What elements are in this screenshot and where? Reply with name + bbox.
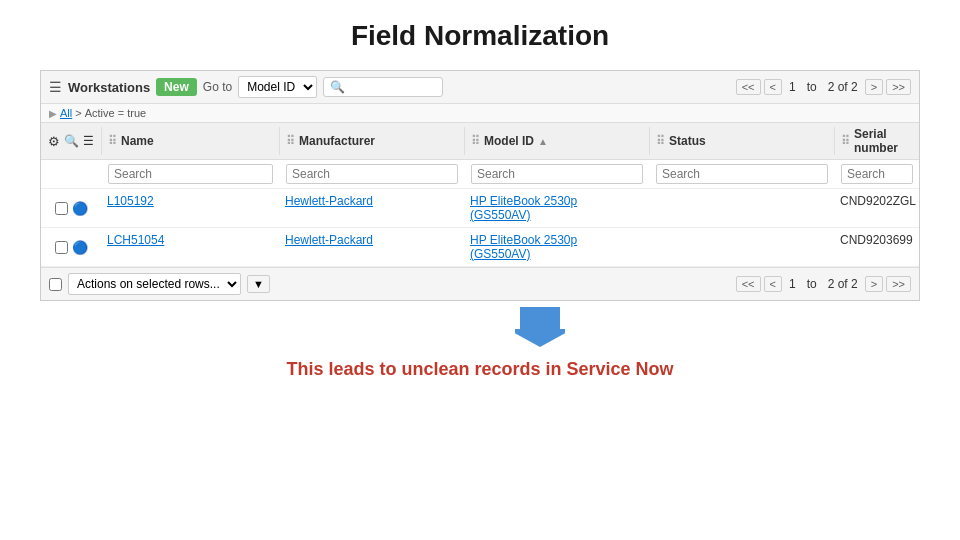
search-cell-manufacturer (279, 164, 464, 184)
goto-label: Go to (203, 80, 232, 94)
col-header-modelid[interactable]: ⠿ Model ID ▲ (464, 127, 649, 155)
row2-name: LCH51054 (101, 233, 279, 261)
table-row: 🔵 LCH51054 Hewlett-Packard HP EliteBook … (41, 228, 919, 267)
col-label-status: Status (669, 134, 706, 148)
search-header-icon[interactable]: 🔍 (64, 134, 79, 148)
drag-icon-serial: ⠿ (841, 134, 850, 148)
goto-select[interactable]: Model ID (238, 76, 317, 98)
drag-icon-manufacturer: ⠿ (286, 134, 295, 148)
pagination-first-bottom[interactable]: << (736, 276, 761, 292)
bottom-section: This leads to unclean records in Service… (286, 303, 673, 380)
pagination-total-top: 2 of 2 (824, 80, 862, 94)
row1-checkbox[interactable] (55, 202, 68, 215)
row1-serial: CND9202ZGL (834, 194, 922, 222)
search-input-status[interactable] (656, 164, 828, 184)
search-input-manufacturer[interactable] (286, 164, 458, 184)
search-cell-modelid (464, 164, 649, 184)
pagination-separator-bottom: to (803, 277, 821, 291)
search-row (41, 160, 919, 189)
pagination-last-bottom[interactable]: >> (886, 276, 911, 292)
pagination-current-bottom: 1 (785, 277, 800, 291)
actions-dropdown-btn[interactable]: ▼ (247, 275, 270, 293)
col-label-modelid: Model ID (484, 134, 534, 148)
row2-record-icon[interactable]: 🔵 (72, 240, 88, 255)
breadcrumb-arrow-icon: ▶ (49, 108, 57, 119)
col-label-serial: Serial number (854, 127, 913, 155)
search-input-name[interactable] (108, 164, 273, 184)
select-all-checkbox[interactable] (49, 278, 62, 291)
drag-icon-name: ⠿ (108, 134, 117, 148)
pagination-next-top[interactable]: > (865, 79, 883, 95)
top-pagination: << < 1 to 2 of 2 > >> (736, 79, 911, 95)
col-header-name[interactable]: ⠿ Name (101, 127, 279, 155)
breadcrumb-filter: Active = true (85, 107, 146, 119)
row2-checkbox[interactable] (55, 241, 68, 254)
pagination-total-bottom: 2 of 2 (824, 277, 862, 291)
caption-text: This leads to unclean records in Service… (286, 359, 673, 380)
search-cell-status (649, 164, 834, 184)
top-search-box[interactable]: 🔍 (323, 77, 443, 97)
col-header-manufacturer[interactable]: ⠿ Manufacturer (279, 127, 464, 155)
column-headers: ⚙ 🔍 ☰ ⠿ Name ⠿ Manufacturer ⠿ Model ID ▲… (41, 123, 919, 160)
bottom-pagination: << < 1 to 2 of 2 > >> (736, 276, 911, 292)
row2-manufacturer-link[interactable]: Hewlett-Packard (285, 233, 373, 247)
pagination-prev-top[interactable]: < (764, 79, 782, 95)
table-title: Workstations (68, 80, 150, 95)
drag-icon-modelid: ⠿ (471, 134, 480, 148)
row2-status (649, 233, 834, 261)
actions-select[interactable]: Actions on selected rows... (68, 273, 241, 295)
search-cell-name (101, 164, 279, 184)
col-header-status[interactable]: ⠿ Status (649, 127, 834, 155)
top-toolbar: ☰ Workstations New Go to Model ID 🔍 << <… (41, 71, 919, 104)
ui-window: ☰ Workstations New Go to Model ID 🔍 << <… (40, 70, 920, 301)
row1-checkbox-area: 🔵 (41, 194, 101, 222)
row2-manufacturer: Hewlett-Packard (279, 233, 464, 261)
pagination-first-top[interactable]: << (736, 79, 761, 95)
col-label-name: Name (121, 134, 154, 148)
search-icon: 🔍 (330, 80, 345, 94)
breadcrumb-all[interactable]: All (60, 107, 72, 119)
row1-modelid: HP EliteBook 2530p(GS550AV) (464, 194, 649, 222)
page-title: Field Normalization (351, 20, 609, 52)
drag-icon-status: ⠿ (656, 134, 665, 148)
search-checkbox-cell (41, 164, 101, 184)
sort-icon-modelid: ▲ (538, 136, 548, 147)
search-cell-serial (834, 164, 919, 184)
row1-manufacturer: Hewlett-Packard (279, 194, 464, 222)
row2-name-link[interactable]: LCH51054 (107, 233, 164, 247)
row1-name-link[interactable]: L105192 (107, 194, 154, 208)
row1-status (649, 194, 834, 222)
row2-modelid: HP EliteBook 2530p(GS550AV) (464, 233, 649, 261)
header-checkbox-area: ⚙ 🔍 ☰ (41, 127, 101, 155)
search-input-modelid[interactable] (471, 164, 643, 184)
col-label-manufacturer: Manufacturer (299, 134, 375, 148)
row2-checkbox-area: 🔵 (41, 233, 101, 261)
settings-icon[interactable]: ⚙ (48, 134, 60, 149)
new-button[interactable]: New (156, 78, 197, 96)
col-header-serial[interactable]: ⠿ Serial number (834, 127, 919, 155)
breadcrumb-separator: > (75, 107, 81, 119)
row1-modelid-link[interactable]: HP EliteBook 2530p(GS550AV) (470, 194, 577, 222)
pagination-separator-top: to (803, 80, 821, 94)
pagination-prev-bottom[interactable]: < (764, 276, 782, 292)
row2-modelid-link[interactable]: HP EliteBook 2530p(GS550AV) (470, 233, 577, 261)
bottom-toolbar: Actions on selected rows... ▼ << < 1 to … (41, 267, 919, 300)
menu-icon[interactable]: ☰ (49, 79, 62, 95)
breadcrumb: ▶ All > Active = true (41, 104, 919, 123)
row1-manufacturer-link[interactable]: Hewlett-Packard (285, 194, 373, 208)
pagination-last-top[interactable]: >> (886, 79, 911, 95)
search-input-serial[interactable] (841, 164, 913, 184)
table-row: 🔵 L105192 Hewlett-Packard HP EliteBook 2… (41, 189, 919, 228)
row1-record-icon[interactable]: 🔵 (72, 201, 88, 216)
svg-marker-0 (515, 307, 565, 347)
pagination-next-bottom[interactable]: > (865, 276, 883, 292)
row1-name: L105192 (101, 194, 279, 222)
row2-serial: CND9203699 (834, 233, 919, 261)
down-arrow-icon (515, 307, 565, 347)
list-icon[interactable]: ☰ (83, 134, 94, 148)
pagination-current-top: 1 (785, 80, 800, 94)
